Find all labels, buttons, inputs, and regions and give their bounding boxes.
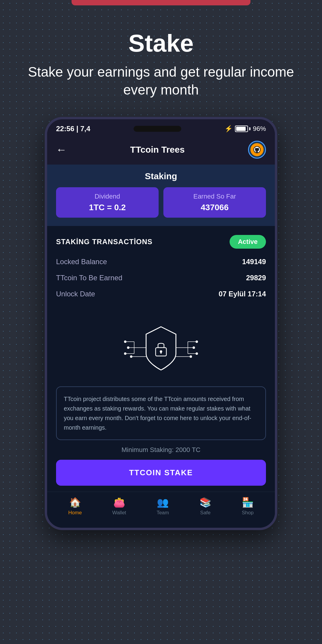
- tx-row-locked-balance: Locked Balance 149149: [56, 258, 266, 266]
- svg-point-23: [196, 352, 198, 355]
- nav-item-wallet[interactable]: 👛 Wallet: [112, 497, 126, 516]
- tx-row-ttcoin-earned: TTcoin To Be Earned 29829: [56, 274, 266, 282]
- status-notch: [134, 126, 181, 132]
- earned-value: 437066: [169, 203, 260, 212]
- battery-icon: [235, 126, 250, 132]
- staking-section-title: Staking: [56, 171, 266, 181]
- transactions-header: STAKİNG TRANSACTİONS Active: [56, 235, 266, 249]
- nav-header: ← TTcoin Trees: [47, 136, 275, 165]
- nav-label-team: Team: [157, 510, 169, 516]
- bluetooth-icon: ⚡: [225, 125, 233, 133]
- earned-label: Earned So Far: [169, 193, 260, 200]
- bottom-nav: 🏠 Home 👛 Wallet 👥 Team 📚 Safe 🏪 Shop: [47, 492, 275, 522]
- back-button[interactable]: ←: [56, 143, 67, 156]
- earned-card: Earned So Far 437066: [163, 187, 266, 218]
- top-bar: [72, 0, 250, 5]
- locked-balance-value: 149149: [242, 258, 266, 266]
- dividend-label: Dividend: [62, 193, 153, 200]
- svg-point-9: [127, 346, 129, 349]
- nav-item-home[interactable]: 🏠 Home: [68, 497, 82, 516]
- info-box: TTcoin project distributes some of the T…: [56, 386, 266, 440]
- page-subtitle: Stake your earnings and get regular inco…: [18, 63, 304, 99]
- battery-percent: 96%: [253, 125, 266, 133]
- svg-point-20: [193, 346, 195, 349]
- lock-shield-icon: [116, 318, 206, 377]
- ttcoin-earned-label: TTcoin To Be Earned: [56, 274, 122, 282]
- svg-point-14: [130, 355, 132, 358]
- unlock-date-label: Unlock Date: [56, 290, 95, 298]
- dividend-value: 1TC = 0.2: [62, 203, 153, 212]
- locked-balance-label: Locked Balance: [56, 258, 107, 266]
- page-main-title: Stake: [18, 29, 304, 57]
- stats-row: Dividend 1TC = 0.2 Earned So Far 437066: [56, 187, 266, 218]
- home-icon: 🏠: [69, 497, 81, 508]
- nav-title: TTcoin Trees: [130, 145, 185, 155]
- unlock-date-value: 07 Eylül 17:14: [219, 290, 266, 298]
- transactions-section: STAKİNG TRANSACTİONS Active Locked Balan…: [47, 226, 275, 309]
- svg-point-12: [124, 352, 126, 355]
- svg-point-7: [124, 340, 126, 343]
- dividend-card: Dividend 1TC = 0.2: [56, 187, 159, 218]
- nav-label-shop: Shop: [242, 510, 254, 516]
- safe-icon: 📚: [199, 497, 211, 508]
- nav-label-safe: Safe: [200, 510, 210, 516]
- lock-icon-area: [47, 309, 275, 383]
- nav-item-shop[interactable]: 🏪 Shop: [242, 497, 254, 516]
- nav-label-wallet: Wallet: [112, 510, 126, 516]
- wallet-icon: 👛: [113, 497, 125, 508]
- stake-button[interactable]: TTCOIN STAKE: [56, 460, 266, 486]
- status-bar: 22:56 | 7,4 ⚡ 96%: [47, 119, 275, 136]
- ttcoin-earned-value: 29829: [246, 274, 266, 282]
- team-icon: 👥: [157, 497, 169, 508]
- phone-content: Staking Dividend 1TC = 0.2 Earned So Far…: [47, 165, 275, 528]
- svg-point-18: [196, 340, 198, 343]
- transactions-title: STAKİNG TRANSACTİONS: [56, 238, 153, 246]
- nav-label-home: Home: [68, 510, 82, 516]
- page-title-section: Stake Stake your earnings and get regula…: [0, 29, 322, 99]
- phone-mockup: 22:56 | 7,4 ⚡ 96% ← TTcoin Trees: [45, 117, 277, 530]
- svg-rect-3: [160, 352, 162, 354]
- active-badge: Active: [230, 235, 266, 249]
- nav-avatar[interactable]: [248, 141, 266, 159]
- tx-row-unlock-date: Unlock Date 07 Eylül 17:14: [56, 290, 266, 298]
- staking-header: Staking Dividend 1TC = 0.2 Earned So Far…: [47, 165, 275, 226]
- nav-item-team[interactable]: 👥 Team: [157, 497, 169, 516]
- svg-point-25: [190, 355, 192, 358]
- shop-icon: 🏪: [242, 497, 254, 508]
- status-time: 22:56 | 7,4: [56, 125, 90, 133]
- nav-item-safe[interactable]: 📚 Safe: [199, 497, 211, 516]
- avatar-inner: [250, 143, 264, 156]
- min-staking-text: Minimum Staking: 2000 TC: [47, 446, 275, 454]
- info-text: TTcoin project distributes some of the T…: [64, 394, 258, 432]
- status-right: ⚡ 96%: [225, 125, 266, 133]
